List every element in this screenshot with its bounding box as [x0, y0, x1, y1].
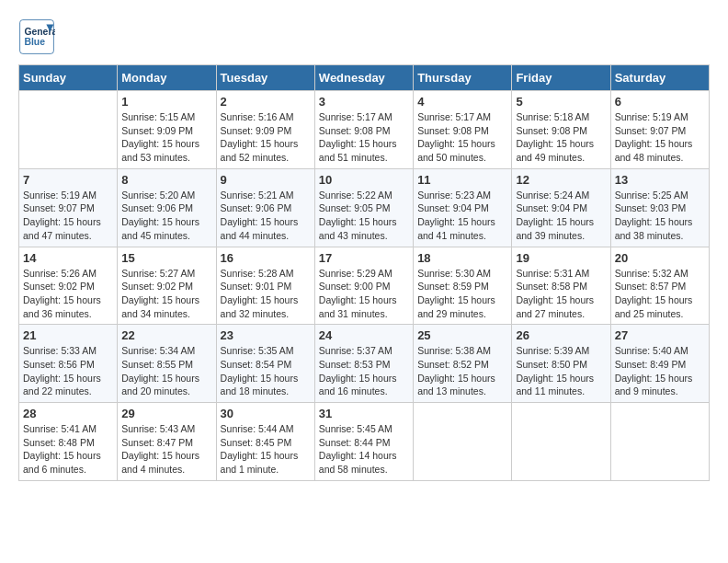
day-number: 24	[319, 328, 409, 342]
calendar-cell: 29Sunrise: 5:43 AM Sunset: 8:47 PM Dayli…	[118, 403, 216, 481]
day-info: Sunrise: 5:37 AM Sunset: 8:53 PM Dayligh…	[319, 344, 409, 398]
day-info: Sunrise: 5:44 AM Sunset: 8:45 PM Dayligh…	[221, 422, 311, 477]
week-row-2: 7Sunrise: 5:19 AM Sunset: 9:07 PM Daylig…	[19, 168, 710, 247]
day-header-tuesday: Tuesday	[216, 65, 314, 91]
day-info: Sunrise: 5:17 AM Sunset: 9:08 PM Dayligh…	[319, 110, 409, 165]
calendar-cell: 9Sunrise: 5:21 AM Sunset: 9:06 PM Daylig…	[216, 168, 314, 247]
day-info: Sunrise: 5:45 AM Sunset: 8:44 PM Dayligh…	[319, 422, 409, 477]
day-info: Sunrise: 5:29 AM Sunset: 9:00 PM Dayligh…	[319, 267, 409, 321]
day-number: 12	[516, 173, 606, 187]
day-info: Sunrise: 5:16 AM Sunset: 9:09 PM Dayligh…	[221, 110, 311, 165]
calendar-cell: 23Sunrise: 5:35 AM Sunset: 8:54 PM Dayli…	[216, 325, 314, 403]
calendar-cell: 28Sunrise: 5:41 AM Sunset: 8:48 PM Dayli…	[19, 403, 118, 481]
calendar-cell: 16Sunrise: 5:28 AM Sunset: 9:01 PM Dayli…	[216, 247, 314, 325]
calendar-cell	[610, 403, 709, 481]
day-info: Sunrise: 5:20 AM Sunset: 9:06 PM Dayligh…	[121, 189, 211, 243]
day-header-thursday: Thursday	[414, 65, 512, 91]
day-number: 25	[417, 328, 507, 342]
header: General Blue	[18, 18, 710, 55]
day-info: Sunrise: 5:34 AM Sunset: 8:55 PM Dayligh…	[121, 344, 211, 398]
day-number: 14	[23, 251, 113, 265]
day-number: 27	[615, 328, 705, 342]
day-info: Sunrise: 5:17 AM Sunset: 9:08 PM Dayligh…	[417, 110, 507, 165]
day-info: Sunrise: 5:35 AM Sunset: 8:54 PM Dayligh…	[221, 344, 311, 398]
day-info: Sunrise: 5:33 AM Sunset: 8:56 PM Dayligh…	[23, 344, 113, 398]
day-header-friday: Friday	[512, 65, 610, 91]
day-number: 31	[319, 407, 409, 420]
day-number: 28	[23, 407, 113, 420]
calendar-cell: 1Sunrise: 5:15 AM Sunset: 9:09 PM Daylig…	[118, 91, 216, 169]
day-header-sunday: Sunday	[19, 65, 118, 91]
day-number: 21	[23, 328, 113, 342]
day-info: Sunrise: 5:27 AM Sunset: 9:02 PM Dayligh…	[121, 267, 211, 321]
day-info: Sunrise: 5:19 AM Sunset: 9:07 PM Dayligh…	[615, 110, 705, 165]
calendar-cell: 26Sunrise: 5:39 AM Sunset: 8:50 PM Dayli…	[512, 325, 610, 403]
day-number: 2	[221, 95, 311, 109]
week-row-4: 21Sunrise: 5:33 AM Sunset: 8:56 PM Dayli…	[19, 325, 710, 403]
header-row: SundayMondayTuesdayWednesdayThursdayFrid…	[19, 65, 710, 91]
calendar-cell: 27Sunrise: 5:40 AM Sunset: 8:49 PM Dayli…	[610, 325, 709, 403]
calendar-cell	[512, 403, 610, 481]
day-number: 4	[417, 95, 507, 109]
day-number: 1	[121, 95, 211, 109]
calendar-cell: 3Sunrise: 5:17 AM Sunset: 9:08 PM Daylig…	[314, 91, 413, 169]
calendar-cell: 8Sunrise: 5:20 AM Sunset: 9:06 PM Daylig…	[118, 168, 216, 247]
calendar-cell: 15Sunrise: 5:27 AM Sunset: 9:02 PM Dayli…	[118, 247, 216, 325]
day-info: Sunrise: 5:26 AM Sunset: 9:02 PM Dayligh…	[23, 267, 113, 321]
calendar-cell: 11Sunrise: 5:23 AM Sunset: 9:04 PM Dayli…	[414, 168, 512, 247]
day-number: 30	[221, 407, 311, 420]
calendar-cell: 30Sunrise: 5:44 AM Sunset: 8:45 PM Dayli…	[216, 403, 314, 481]
calendar-cell: 2Sunrise: 5:16 AM Sunset: 9:09 PM Daylig…	[216, 91, 314, 169]
calendar-cell: 4Sunrise: 5:17 AM Sunset: 9:08 PM Daylig…	[414, 91, 512, 169]
svg-text:Blue: Blue	[24, 37, 45, 47]
day-info: Sunrise: 5:19 AM Sunset: 9:07 PM Dayligh…	[23, 189, 113, 243]
day-number: 20	[615, 251, 705, 265]
week-row-5: 28Sunrise: 5:41 AM Sunset: 8:48 PM Dayli…	[19, 403, 710, 481]
calendar-cell: 6Sunrise: 5:19 AM Sunset: 9:07 PM Daylig…	[610, 91, 709, 169]
day-info: Sunrise: 5:28 AM Sunset: 9:01 PM Dayligh…	[221, 267, 311, 321]
day-number: 11	[417, 173, 507, 187]
day-info: Sunrise: 5:39 AM Sunset: 8:50 PM Dayligh…	[516, 344, 606, 398]
day-number: 17	[319, 251, 409, 265]
day-number: 23	[221, 328, 311, 342]
day-info: Sunrise: 5:41 AM Sunset: 8:48 PM Dayligh…	[23, 422, 113, 477]
day-info: Sunrise: 5:30 AM Sunset: 8:59 PM Dayligh…	[417, 267, 507, 321]
day-header-wednesday: Wednesday	[314, 65, 413, 91]
logo: General Blue	[18, 18, 59, 55]
day-info: Sunrise: 5:25 AM Sunset: 9:03 PM Dayligh…	[615, 189, 705, 243]
day-number: 8	[121, 173, 211, 187]
day-number: 16	[221, 251, 311, 265]
day-number: 7	[23, 173, 113, 187]
day-number: 26	[516, 328, 606, 342]
calendar-cell: 18Sunrise: 5:30 AM Sunset: 8:59 PM Dayli…	[414, 247, 512, 325]
day-info: Sunrise: 5:15 AM Sunset: 9:09 PM Dayligh…	[121, 110, 211, 165]
calendar-cell: 13Sunrise: 5:25 AM Sunset: 9:03 PM Dayli…	[610, 168, 709, 247]
calendar-cell: 19Sunrise: 5:31 AM Sunset: 8:58 PM Dayli…	[512, 247, 610, 325]
calendar-cell: 20Sunrise: 5:32 AM Sunset: 8:57 PM Dayli…	[610, 247, 709, 325]
day-info: Sunrise: 5:23 AM Sunset: 9:04 PM Dayligh…	[417, 189, 507, 243]
day-number: 19	[516, 251, 606, 265]
calendar-cell: 12Sunrise: 5:24 AM Sunset: 9:04 PM Dayli…	[512, 168, 610, 247]
day-number: 3	[319, 95, 409, 109]
day-header-saturday: Saturday	[610, 65, 709, 91]
day-info: Sunrise: 5:40 AM Sunset: 8:49 PM Dayligh…	[615, 344, 705, 398]
day-info: Sunrise: 5:22 AM Sunset: 9:05 PM Dayligh…	[319, 189, 409, 243]
day-info: Sunrise: 5:43 AM Sunset: 8:47 PM Dayligh…	[121, 422, 211, 477]
calendar-table: SundayMondayTuesdayWednesdayThursdayFrid…	[18, 64, 710, 481]
day-header-monday: Monday	[118, 65, 216, 91]
calendar-cell: 24Sunrise: 5:37 AM Sunset: 8:53 PM Dayli…	[314, 325, 413, 403]
calendar-cell: 22Sunrise: 5:34 AM Sunset: 8:55 PM Dayli…	[118, 325, 216, 403]
day-number: 13	[615, 173, 705, 187]
week-row-1: 1Sunrise: 5:15 AM Sunset: 9:09 PM Daylig…	[19, 91, 710, 169]
calendar-cell: 21Sunrise: 5:33 AM Sunset: 8:56 PM Dayli…	[19, 325, 118, 403]
logo-icon: General Blue	[18, 18, 55, 55]
day-number: 5	[516, 95, 606, 109]
week-row-3: 14Sunrise: 5:26 AM Sunset: 9:02 PM Dayli…	[19, 247, 710, 325]
day-number: 6	[615, 95, 705, 109]
calendar-cell	[19, 91, 118, 169]
calendar-cell: 7Sunrise: 5:19 AM Sunset: 9:07 PM Daylig…	[19, 168, 118, 247]
calendar-cell: 31Sunrise: 5:45 AM Sunset: 8:44 PM Dayli…	[314, 403, 413, 481]
day-info: Sunrise: 5:38 AM Sunset: 8:52 PM Dayligh…	[417, 344, 507, 398]
calendar-cell	[414, 403, 512, 481]
calendar-cell: 25Sunrise: 5:38 AM Sunset: 8:52 PM Dayli…	[414, 325, 512, 403]
